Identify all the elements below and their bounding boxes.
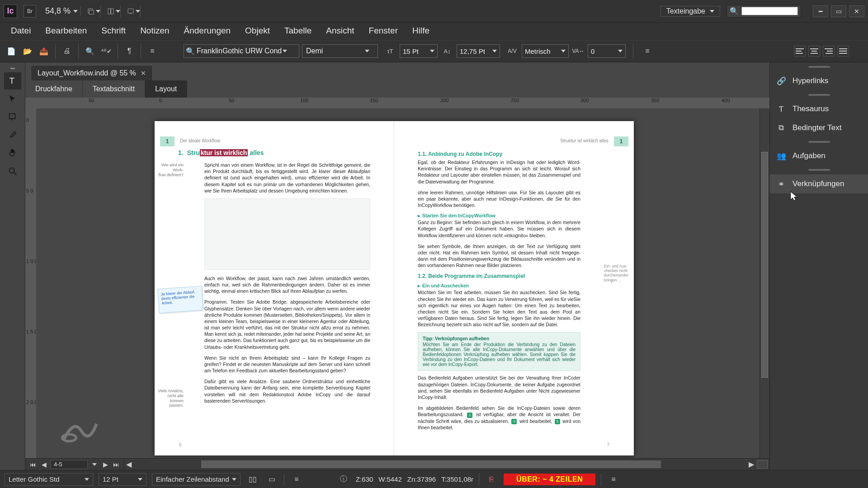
bridge-button[interactable]: Br bbox=[24, 5, 36, 18]
type-tool[interactable]: T bbox=[4, 72, 21, 89]
open-button[interactable]: 📂 bbox=[21, 44, 34, 58]
heading-3[interactable]: ▸Starten Sie den InCopyWorkflow bbox=[418, 213, 610, 218]
overset-indicator[interactable]: ÜBER: ~ 4 ZEILEN bbox=[504, 474, 595, 485]
window-minimize-button[interactable]: ━ bbox=[813, 5, 828, 17]
panel-bedingter-text[interactable]: ⧉ Bedingter Text bbox=[770, 118, 868, 137]
body-paragraph[interactable]: Wenn Sie nicht an Ihrem Arbeitsplatz sin… bbox=[204, 355, 370, 374]
heading-2[interactable]: 1.1. Anbindung zu Adobe InCopy bbox=[418, 151, 610, 157]
leading-field[interactable]: 12,75 Pt bbox=[457, 44, 500, 58]
tip-box[interactable]: Tipp: Verknüpfungen aufheben Möchten Sie… bbox=[418, 332, 580, 371]
vertical-ruler[interactable]: 0 5 0 1 0 0 1 5 0 2 0 0 bbox=[25, 108, 36, 458]
page-number-field[interactable]: 4-5 bbox=[51, 460, 88, 469]
image-frame-placeholder[interactable] bbox=[204, 198, 370, 270]
body-paragraph[interactable]: Egal, ob der Redakteur Erfahrungen in In… bbox=[418, 159, 580, 185]
body-paragraph[interactable]: ohne leeren Rahmen, unnötige Hilfslinien… bbox=[418, 189, 580, 209]
font-family-field[interactable]: 🔍 bbox=[184, 44, 299, 58]
save-button[interactable]: 📤 bbox=[37, 44, 51, 58]
arrange-documents-button[interactable] bbox=[107, 5, 121, 17]
new-button[interactable]: 📄 bbox=[5, 44, 18, 58]
window-maximize-button[interactable]: ▭ bbox=[831, 5, 846, 17]
scrollbar-thumb[interactable] bbox=[761, 152, 768, 378]
columns-icon[interactable]: ▯▯ bbox=[246, 473, 259, 486]
view-tab-textabschnitt[interactable]: Textabschnitt bbox=[83, 80, 145, 98]
body-paragraph[interactable]: Sie sehen Symbole, die Ihnen anzeigen, o… bbox=[418, 243, 580, 269]
zoom-tool[interactable] bbox=[4, 163, 21, 180]
scroll-right-arrow[interactable]: ▶ bbox=[747, 459, 756, 470]
show-hidden-chars-button[interactable]: ¶ bbox=[123, 44, 136, 58]
status-menu-button[interactable]: ≡ bbox=[290, 473, 303, 486]
status-spacing-select[interactable]: Einfacher Zeilenabstand bbox=[152, 473, 241, 486]
panel-thesaurus[interactable]: Ƭ Thesaurus bbox=[770, 99, 868, 118]
help-search-input[interactable]: 🔍 bbox=[726, 5, 801, 18]
align-center-button[interactable] bbox=[808, 46, 820, 56]
workspace-switcher[interactable]: Texteingabe bbox=[660, 6, 720, 17]
page-icon[interactable]: ▭ bbox=[265, 473, 278, 486]
first-spread-button[interactable]: ⏮ bbox=[29, 460, 37, 469]
body-paragraph[interactable]: Möchten Sie im Text arbeiten, müssen Sie… bbox=[418, 289, 580, 328]
scrollbar-thumb[interactable] bbox=[201, 460, 661, 468]
menu-objekt[interactable]: Objekt bbox=[238, 22, 277, 39]
close-tab-button[interactable]: ✕ bbox=[141, 70, 146, 77]
selection-tool[interactable] bbox=[4, 90, 21, 108]
window-close-button[interactable]: ✕ bbox=[849, 5, 864, 17]
panel-hyperlinks[interactable]: 🔗 Hyperlinks bbox=[770, 71, 868, 90]
sticky-note[interactable]: Je klarer der Ablauf, desto effizienter … bbox=[157, 286, 203, 314]
font-size-field[interactable]: 15 Pt bbox=[400, 44, 438, 58]
help-search-field[interactable] bbox=[741, 7, 798, 15]
menu-hilfe[interactable]: Hilfe bbox=[405, 22, 437, 39]
document-tab[interactable]: Layout_Workflow.indd @ 55 % ✕ bbox=[31, 65, 153, 80]
last-spread-button[interactable]: ⏭ bbox=[112, 460, 120, 469]
scroll-left-arrow[interactable]: ◀ bbox=[124, 459, 133, 470]
vertical-scrollbar[interactable] bbox=[760, 108, 769, 458]
split-view-button[interactable] bbox=[757, 460, 768, 469]
view-tab-layout[interactable]: Layout bbox=[145, 80, 187, 98]
find-button[interactable]: 🔍 bbox=[83, 44, 97, 58]
font-family-input[interactable] bbox=[197, 47, 283, 55]
prev-spread-button[interactable]: ◀ bbox=[40, 460, 48, 469]
tracking-field[interactable]: 0 bbox=[588, 44, 626, 58]
screen-mode-button[interactable] bbox=[127, 5, 141, 17]
panel-verknuepfungen[interactable]: ⚭ Verknüpfungen bbox=[770, 174, 868, 193]
align-right-button[interactable] bbox=[823, 46, 835, 56]
heading-2[interactable]: 1.2. Beide Programme im Zusammenspiel bbox=[418, 273, 610, 279]
menu-fenster[interactable]: Fenster bbox=[362, 22, 405, 39]
body-paragraph[interactable]: Dafür gibt es viele Ansätze. Eine sauber… bbox=[204, 378, 370, 404]
horizontal-scrollbar[interactable]: ◀ ▶ bbox=[124, 459, 769, 470]
font-style-field[interactable] bbox=[302, 44, 378, 58]
horizontal-ruler[interactable]: 50 0 50 100 150 200 250 300 350 400 bbox=[25, 98, 769, 108]
body-paragraph[interactable]: Im abgebildeten Bedienfeld sehen Sie die… bbox=[418, 405, 580, 431]
view-tab-druckfahne[interactable]: Druckfahne bbox=[25, 80, 83, 98]
body-paragraph[interactable]: Spricht man von einem Workflow, ist in d… bbox=[204, 162, 370, 194]
body-paragraph[interactable]: Auch ein Workflow, der passt, kann nach … bbox=[204, 275, 370, 295]
page-dropdown-button[interactable] bbox=[90, 460, 99, 469]
font-style-input[interactable] bbox=[302, 47, 365, 55]
status-size-select[interactable]: 12 Pt bbox=[99, 473, 146, 486]
menu-tabelle[interactable]: Tabelle bbox=[277, 22, 319, 39]
menu-notizen[interactable]: Notizen bbox=[133, 22, 176, 39]
menu-datei[interactable]: Datei bbox=[4, 22, 38, 39]
heading-3[interactable]: ▸Ein und Auschecken bbox=[418, 283, 610, 288]
status-menu-button-2[interactable]: ≡ bbox=[607, 473, 620, 486]
eyedropper-tool[interactable] bbox=[4, 127, 21, 144]
view-options-button[interactable] bbox=[87, 5, 101, 17]
align-justify-button[interactable] bbox=[837, 46, 849, 56]
zoom-level-select[interactable]: 54,8 % bbox=[42, 6, 81, 16]
body-paragraph[interactable]: Das Bedienfeld Aufgaben unterstützt Sie … bbox=[418, 375, 580, 400]
menu-bearbeiten[interactable]: Bearbeiten bbox=[38, 22, 94, 39]
heading-1[interactable]: 1.Struktur ist wirklich alles bbox=[178, 149, 370, 156]
spellcheck-button[interactable]: ᴬᴮ✔ bbox=[99, 44, 113, 58]
panel-menu-button-2[interactable]: ≡ bbox=[641, 44, 654, 58]
align-left-button[interactable] bbox=[794, 46, 806, 56]
hand-tool[interactable] bbox=[4, 145, 21, 162]
menu-schrift[interactable]: Schrift bbox=[94, 22, 133, 39]
panel-aufgaben[interactable]: 👥 Aufgaben bbox=[770, 146, 868, 165]
body-paragraph[interactable]: Programm. Testen Sie Adobe Bridge, abges… bbox=[204, 299, 370, 350]
menu-ansicht[interactable]: Ansicht bbox=[319, 22, 361, 39]
panel-menu-button-1[interactable]: ≡ bbox=[146, 44, 159, 58]
note-tool[interactable] bbox=[4, 108, 21, 126]
print-button[interactable]: 🖨 bbox=[60, 44, 74, 58]
next-spread-button[interactable]: ▶ bbox=[101, 460, 109, 469]
body-paragraph[interactable]: Ganz zu Beginn: Sie befinden sich gleich… bbox=[418, 219, 580, 239]
status-font-select[interactable]: Letter Gothic Std bbox=[5, 473, 93, 486]
menu-aenderungen[interactable]: Änderungen bbox=[177, 22, 238, 39]
